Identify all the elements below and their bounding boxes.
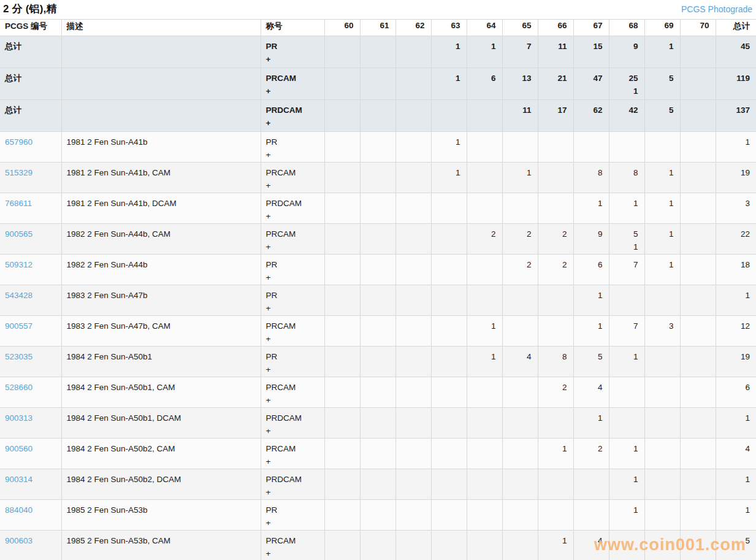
pcgs-number-link[interactable]: 515329 bbox=[5, 168, 32, 177]
table-row: 6579601981 2 Fen Sun-A41bPR+11 bbox=[0, 132, 756, 163]
grade-cell-67: 1 bbox=[573, 316, 609, 347]
grade-cell-66: 1 bbox=[538, 531, 573, 560]
grade-cell-60 bbox=[324, 285, 360, 316]
grade-cell-62 bbox=[395, 255, 431, 285]
grade-cell-64 bbox=[467, 531, 502, 560]
grade-cell-64 bbox=[467, 377, 502, 408]
designation: PR+ bbox=[261, 347, 324, 377]
pcgs-photograde-link[interactable]: PCGS Photograde bbox=[681, 4, 752, 14]
table-row: 8840401985 2 Fen Sun-A53bPR+11 bbox=[0, 500, 756, 531]
grade-cell-70 bbox=[680, 408, 716, 439]
designation: PR+ bbox=[261, 285, 324, 316]
grade-cell-69: 5 bbox=[644, 68, 680, 100]
grade-cell-68: 1 bbox=[609, 347, 644, 377]
coin-description: 1984 2 Fen Sun-A50b2, CAM bbox=[61, 439, 261, 469]
grade-cell-60 bbox=[324, 408, 360, 439]
grade-cell-61 bbox=[360, 163, 395, 193]
grade-cell-63 bbox=[431, 224, 467, 255]
pcgs-number-link[interactable]: 509312 bbox=[5, 260, 32, 269]
grade-cell-60 bbox=[324, 316, 360, 347]
pcgs-number-cell: 900313 bbox=[0, 408, 61, 439]
pcgs-number-link[interactable]: 900314 bbox=[5, 475, 32, 484]
grade-cell-69 bbox=[644, 531, 680, 560]
designation: PRCAM+ bbox=[261, 68, 324, 100]
pcgs-number-link[interactable]: 523035 bbox=[5, 352, 32, 361]
grade-cell-64 bbox=[467, 408, 502, 439]
pcgs-number-link[interactable]: 900603 bbox=[5, 536, 32, 545]
grade-cell-67: 8 bbox=[573, 163, 609, 193]
grade-cell-65 bbox=[502, 285, 538, 316]
grade-cell-64: 1 bbox=[467, 316, 502, 347]
grade-cell-66 bbox=[538, 500, 573, 531]
coin-description bbox=[61, 68, 261, 100]
pcgs-number-link[interactable]: 900565 bbox=[5, 229, 32, 239]
pcgs-number-link[interactable]: 657960 bbox=[5, 137, 32, 147]
grade-cell-65: 2 bbox=[502, 224, 538, 255]
grade-cell-68 bbox=[609, 408, 644, 439]
designation: PRCAM+ bbox=[261, 439, 324, 469]
grade-cell-62 bbox=[395, 377, 431, 408]
pcgs-number-cell: 900557 bbox=[0, 316, 61, 347]
table-row: 总计PRDCAM+111762425137 bbox=[0, 100, 756, 132]
grade-cell-61 bbox=[360, 347, 395, 377]
pcgs-number-cell: 523035 bbox=[0, 347, 61, 377]
grade-cell-68: 1 bbox=[609, 500, 644, 531]
grade-cell-67: 47 bbox=[573, 68, 609, 100]
grade-cell-69 bbox=[644, 408, 680, 439]
pcgs-number-link[interactable]: 543428 bbox=[5, 291, 32, 300]
grade-cell-67: 9 bbox=[573, 224, 609, 255]
grade-cell-62 bbox=[395, 68, 431, 100]
grade-cell-60 bbox=[324, 255, 360, 285]
grade-cell-69 bbox=[644, 500, 680, 531]
designation: PR+ bbox=[261, 132, 324, 163]
table-row: 9005651982 2 Fen Sun-A44b, CAMPRCAM+2229… bbox=[0, 224, 756, 255]
top-bar: 2 分 (铝),精 PCGS Photograde bbox=[0, 0, 756, 19]
pcgs-number-link[interactable]: 900560 bbox=[5, 444, 32, 453]
grade-cell-61 bbox=[360, 100, 395, 132]
row-total: 1 bbox=[716, 285, 756, 316]
grade-cell-60 bbox=[324, 377, 360, 408]
row-total: 18 bbox=[716, 255, 756, 285]
row-total: 6 bbox=[716, 377, 756, 408]
designation: PR+ bbox=[261, 36, 324, 68]
pcgs-number-link[interactable]: 768611 bbox=[5, 199, 32, 208]
table-row: 9003131984 2 Fen Sun-A50b1, DCAMPRDCAM+1… bbox=[0, 408, 756, 439]
designation: PRDCAM+ bbox=[261, 193, 324, 224]
grade-cell-60 bbox=[324, 100, 360, 132]
coin-description bbox=[61, 100, 261, 132]
coin-description: 1984 2 Fen Sun-A50b2, DCAM bbox=[61, 469, 261, 500]
grade-cell-60 bbox=[324, 68, 360, 100]
table-row: 5286601984 2 Fen Sun-A50b1, CAMPRCAM+246 bbox=[0, 377, 756, 408]
grade-cell-68: 7 bbox=[609, 316, 644, 347]
pcgs-number-link[interactable]: 528660 bbox=[5, 383, 32, 392]
grade-cell-61 bbox=[360, 224, 395, 255]
grade-cell-69 bbox=[644, 285, 680, 316]
grade-cell-64 bbox=[467, 163, 502, 193]
grade-cell-62 bbox=[395, 469, 431, 500]
grade-cell-64 bbox=[467, 255, 502, 285]
grade-cell-70 bbox=[680, 100, 716, 132]
population-table: PCGS 编号描述称号6061626364656667686970总计 总计PR… bbox=[0, 19, 756, 560]
pcgs-number-link[interactable]: 900557 bbox=[5, 321, 32, 331]
coin-description: 1982 2 Fen Sun-A44b bbox=[61, 255, 261, 285]
designation: PRCAM+ bbox=[261, 531, 324, 560]
totals-label: 总计 bbox=[0, 100, 61, 132]
grade-cell-65: 13 bbox=[502, 68, 538, 100]
pcgs-number-link[interactable]: 884040 bbox=[5, 505, 32, 515]
table-row: 5434281983 2 Fen Sun-A47bPR+11 bbox=[0, 285, 756, 316]
pcgs-number-cell: 543428 bbox=[0, 285, 61, 316]
grade-cell-60 bbox=[324, 36, 360, 68]
grade-cell-62 bbox=[395, 500, 431, 531]
pcgs-number-link[interactable]: 900313 bbox=[5, 413, 32, 423]
grade-cell-70 bbox=[680, 163, 716, 193]
grade-cell-61 bbox=[360, 36, 395, 68]
coin-description: 1981 2 Fen Sun-A41b, CAM bbox=[61, 163, 261, 193]
grade-cell-62 bbox=[395, 193, 431, 224]
grade-cell-69 bbox=[644, 347, 680, 377]
totals-label: 总计 bbox=[0, 36, 61, 68]
grade-cell-70 bbox=[680, 500, 716, 531]
grade-cell-61 bbox=[360, 500, 395, 531]
designation: PRDCAM+ bbox=[261, 408, 324, 439]
col-header-designation: 称号 bbox=[261, 20, 324, 36]
grade-cell-63 bbox=[431, 531, 467, 560]
